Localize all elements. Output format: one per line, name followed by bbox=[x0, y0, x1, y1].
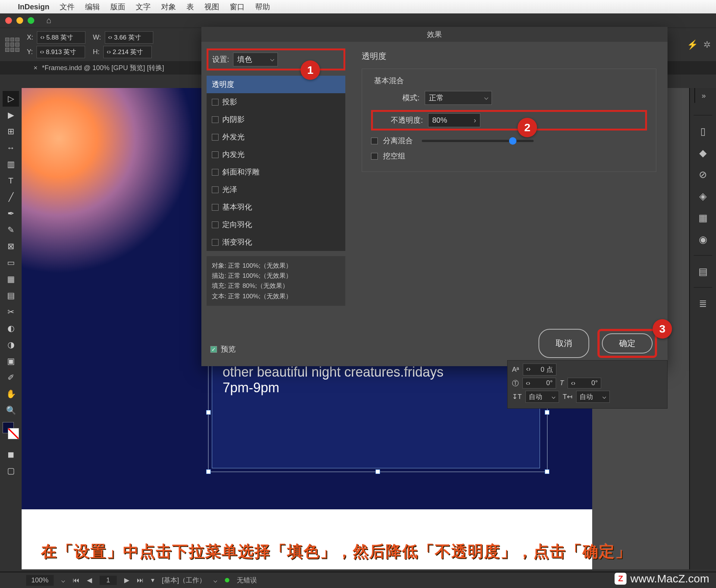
preflight-label[interactable]: 无错误 bbox=[237, 576, 257, 585]
preview-checkbox[interactable] bbox=[210, 346, 217, 353]
page-number-field[interactable]: 1 bbox=[100, 576, 117, 585]
rotate-field-1[interactable]: ‹›0° bbox=[522, 378, 556, 389]
pencil-tool-icon[interactable]: ✎ bbox=[3, 222, 19, 238]
rectangle-frame-tool-icon[interactable]: ⊠ bbox=[3, 239, 19, 254]
y-field[interactable]: ‹› 8.913 英寸 bbox=[37, 46, 85, 58]
menu-object[interactable]: 对象 bbox=[161, 2, 176, 12]
h-field[interactable]: ‹› 2.214 英寸 bbox=[103, 46, 152, 58]
gear-icon[interactable]: ✲ bbox=[703, 40, 711, 50]
menu-layout[interactable]: 版面 bbox=[110, 2, 125, 12]
mac-menubar: InDesign 文件 编辑 版面 文字 对象 表 视图 窗口 帮助 bbox=[0, 0, 716, 13]
fx-inner-glow[interactable]: 内发光 bbox=[207, 146, 345, 163]
opacity-label: 不透明度: bbox=[374, 115, 423, 125]
color-panel-icon[interactable]: ◉ bbox=[695, 232, 710, 247]
rotate-field-2[interactable]: ‹›0° bbox=[568, 378, 601, 389]
next-page-icon[interactable]: ▶ bbox=[124, 576, 129, 584]
baseline-field[interactable]: ‹›0 点 bbox=[523, 364, 556, 375]
fx-inner-shadow[interactable]: 内阴影 bbox=[207, 111, 345, 128]
close-tab-icon[interactable]: × bbox=[34, 64, 38, 72]
home-icon[interactable]: ⌂ bbox=[46, 16, 51, 25]
fx-transparency[interactable]: 透明度 bbox=[207, 76, 345, 93]
eyedropper-tool-icon[interactable]: ✐ bbox=[3, 370, 19, 386]
zoom-tool-icon[interactable]: 🔍 bbox=[3, 403, 19, 418]
pages-panel-icon[interactable]: ▯ bbox=[695, 124, 710, 139]
char-rotate-icon: Ⓣ bbox=[512, 379, 519, 388]
fx-directional-feather[interactable]: 定向羽化 bbox=[207, 216, 345, 233]
gap-tool-icon[interactable]: ↔ bbox=[3, 140, 19, 156]
close-window-icon[interactable] bbox=[5, 17, 12, 24]
dialog-buttons: 取消 确定 bbox=[538, 329, 657, 358]
basic-blend-fieldset: 基本混合 模式: 正常 不透明度: 80%› 分离混合 bbox=[362, 69, 656, 172]
tracking-field[interactable]: 自动⌵ bbox=[576, 391, 610, 403]
w-field[interactable]: ‹› 3.66 英寸 bbox=[105, 31, 153, 44]
gradient-tool-icon[interactable]: ◐ bbox=[3, 321, 19, 336]
panel-expand-icon[interactable]: » bbox=[694, 88, 712, 103]
selection-tool-icon[interactable]: ▷ bbox=[3, 91, 19, 107]
pen-tool-icon[interactable]: ✒ bbox=[3, 206, 19, 221]
cc-libraries-icon[interactable]: ◆ bbox=[695, 145, 710, 160]
app-name[interactable]: InDesign bbox=[18, 3, 49, 11]
x-field[interactable]: ‹› 5.88 英寸 bbox=[37, 31, 85, 44]
layers-panel-icon[interactable]: ◈ bbox=[695, 189, 710, 204]
isolate-checkbox[interactable] bbox=[371, 138, 378, 144]
last-page-icon[interactable]: ⏭ bbox=[137, 576, 144, 584]
scissors-tool-icon[interactable]: ✂ bbox=[3, 304, 19, 320]
swatches-panel-icon[interactable]: ▤ bbox=[695, 264, 710, 279]
callout-badge-1: 1 bbox=[301, 60, 320, 80]
stroke-panel-icon[interactable]: ▦ bbox=[695, 210, 710, 225]
fx-bevel-emboss[interactable]: 斜面和浮雕 bbox=[207, 163, 345, 181]
zoom-dropdown-icon[interactable]: ⌵ bbox=[61, 576, 65, 584]
fx-satin[interactable]: 光泽 bbox=[207, 181, 345, 198]
window-titlebar: ⌂ bbox=[0, 13, 716, 28]
swatch-proxy[interactable] bbox=[3, 422, 19, 439]
workspace-dropdown-icon[interactable]: ⌵ bbox=[213, 576, 217, 584]
mode-dropdown[interactable]: 正常 bbox=[425, 91, 492, 105]
fx-basic-feather[interactable]: 基本羽化 bbox=[207, 198, 345, 216]
line-tool-icon[interactable]: ╱ bbox=[3, 189, 19, 205]
knockout-checkbox[interactable] bbox=[371, 153, 378, 160]
menu-view[interactable]: 视图 bbox=[204, 2, 219, 12]
page-tool-icon[interactable]: ⊞ bbox=[3, 124, 19, 139]
screen-mode-icon[interactable]: ▢ bbox=[3, 463, 19, 479]
setting-label: 设置: bbox=[212, 54, 229, 65]
hand-tool-icon[interactable]: ✋ bbox=[3, 386, 19, 402]
content-collector-icon[interactable]: ▥ bbox=[3, 157, 19, 172]
fx-drop-shadow[interactable]: 投影 bbox=[207, 93, 345, 111]
workspace-label[interactable]: [基本]（工作） bbox=[162, 576, 206, 585]
fx-outer-glow[interactable]: 外发光 bbox=[207, 128, 345, 146]
prev-page-icon[interactable]: ◀ bbox=[87, 576, 92, 584]
gradient-feather-tool-icon[interactable]: ◑ bbox=[3, 337, 19, 353]
menu-edit[interactable]: 编辑 bbox=[85, 2, 100, 12]
zoom-window-icon[interactable] bbox=[28, 17, 34, 24]
ok-button[interactable]: 确定 bbox=[602, 333, 653, 353]
free-transform-tool-icon[interactable]: ▤ bbox=[3, 288, 19, 304]
links-panel-icon[interactable]: ⊘ bbox=[695, 167, 710, 182]
minimize-window-icon[interactable] bbox=[16, 17, 23, 24]
rectangle-tool-icon[interactable]: ▭ bbox=[3, 255, 19, 271]
opacity-slider[interactable] bbox=[422, 140, 534, 142]
menu-file[interactable]: 文件 bbox=[60, 2, 75, 12]
type-tool-icon[interactable]: T bbox=[3, 173, 19, 189]
apply-color-icon[interactable]: ◼ bbox=[3, 447, 19, 462]
menu-icon[interactable]: ≣ bbox=[695, 296, 710, 311]
menu-type[interactable]: 文字 bbox=[136, 2, 151, 12]
shear-tool-icon[interactable]: ▦ bbox=[3, 271, 19, 287]
note-tool-icon[interactable]: ▣ bbox=[3, 353, 19, 369]
first-page-icon[interactable]: ⏮ bbox=[73, 576, 79, 584]
artwork-nebula bbox=[22, 88, 216, 282]
fx-gradient-feather[interactable]: 渐变羽化 bbox=[207, 233, 345, 251]
direct-selection-tool-icon[interactable]: ▶ bbox=[3, 107, 19, 123]
stroke-swatch-icon[interactable] bbox=[8, 428, 19, 439]
menu-help[interactable]: 帮助 bbox=[255, 2, 270, 12]
cancel-button[interactable]: 取消 bbox=[538, 329, 589, 358]
setting-dropdown[interactable]: 填色 bbox=[233, 53, 278, 66]
isolate-label: 分离混合 bbox=[383, 136, 413, 146]
kerning-field[interactable]: 自动⌵ bbox=[525, 391, 559, 403]
menu-window[interactable]: 窗口 bbox=[230, 2, 245, 12]
reference-point-grid[interactable] bbox=[5, 38, 19, 52]
menu-table[interactable]: 表 bbox=[186, 2, 194, 12]
opacity-field[interactable]: 80%› bbox=[428, 113, 480, 127]
zoom-field[interactable]: 100% bbox=[26, 575, 54, 586]
open-dropdown-icon[interactable]: ▾ bbox=[151, 576, 154, 584]
bolt-icon[interactable]: ⚡ bbox=[687, 40, 698, 50]
